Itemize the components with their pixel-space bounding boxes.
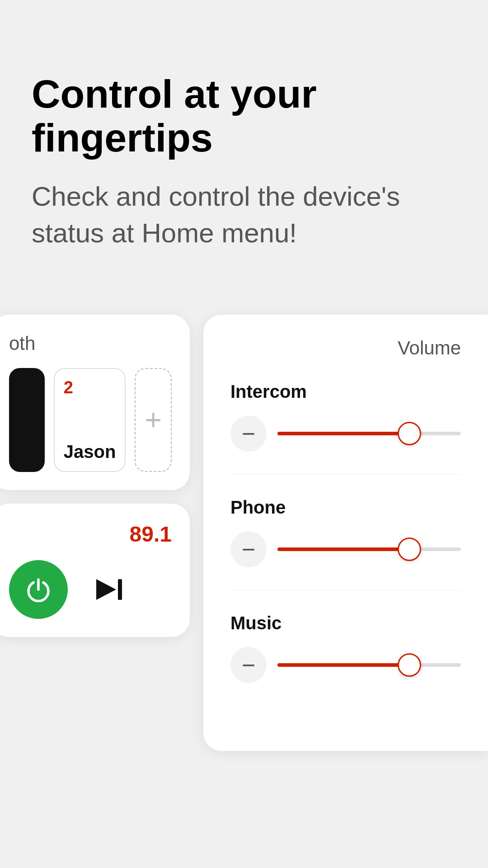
hero-title: Control at your fingertips — [32, 72, 456, 160]
phone-slider-fill — [277, 547, 409, 551]
phone-label: Phone — [230, 497, 461, 518]
hero-subtitle: Check and control the device's status at… — [32, 178, 456, 251]
phone-slider-row: − — [230, 531, 461, 567]
phone-section: Phone − — [230, 497, 461, 590]
music-label: Music — [230, 613, 461, 633]
phone-minus-button[interactable]: − — [230, 531, 267, 567]
phone-slider-track[interactable] — [277, 547, 461, 551]
intercom-label: Intercom — [230, 382, 461, 402]
music-minus-button[interactable]: − — [230, 647, 267, 683]
svg-marker-0 — [96, 579, 116, 600]
volume-panel-title: Volume — [230, 337, 461, 359]
hero-section: Control at your fingertips Check and con… — [0, 0, 488, 288]
intercom-slider-thumb[interactable] — [398, 422, 421, 445]
music-slider-fill — [277, 663, 409, 667]
intercom-section: Intercom − — [230, 382, 461, 475]
music-slider-row: − — [230, 647, 461, 683]
intercom-slider-row: − — [230, 415, 461, 452]
svg-rect-1 — [118, 579, 122, 600]
intercom-slider-track[interactable] — [277, 432, 461, 435]
volume-panel: Volume Intercom − Phone − — [203, 315, 488, 751]
intercom-slider-fill — [277, 432, 409, 435]
power-icon — [25, 576, 52, 603]
user-slot-2[interactable]: 2 Jason — [54, 368, 126, 472]
next-track-button[interactable] — [90, 571, 127, 608]
phone-slider-thumb[interactable] — [398, 538, 421, 561]
intercom-minus-button[interactable]: − — [230, 415, 267, 452]
power-button[interactable] — [9, 560, 68, 619]
user-slot-add[interactable]: + — [135, 368, 172, 472]
music-slider-thumb[interactable] — [398, 653, 421, 677]
users-card: oth 2 Jason + — [0, 315, 190, 490]
user-slots: 2 Jason + — [9, 368, 172, 472]
radio-card: 89.1 — [0, 504, 190, 637]
next-track-icon — [93, 574, 124, 605]
user-slot-1[interactable] — [9, 368, 45, 472]
slot-name-2: Jason — [64, 442, 116, 462]
radio-controls — [9, 560, 172, 619]
radio-frequency: 89.1 — [9, 522, 172, 547]
add-slot-icon: + — [145, 406, 161, 434]
music-section: Music − — [230, 613, 461, 706]
left-panel: oth 2 Jason + 89.1 — [0, 315, 190, 751]
cards-row: oth 2 Jason + 89.1 — [0, 315, 488, 751]
slot-number-2: 2 — [64, 378, 73, 397]
bluetooth-partial-label: oth — [9, 333, 172, 354]
music-slider-track[interactable] — [277, 663, 461, 667]
